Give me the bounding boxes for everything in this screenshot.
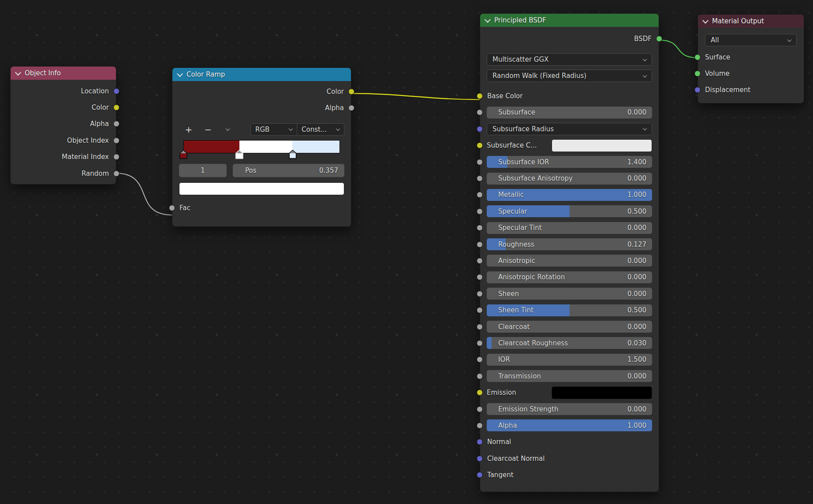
input-row: Surface — [698, 49, 804, 65]
slider-value: 0.030 — [627, 339, 646, 347]
input-socket[interactable] — [477, 126, 483, 132]
input-socket[interactable] — [477, 208, 483, 215]
input-socket[interactable] — [694, 87, 701, 93]
sheen-tint-slider[interactable]: Sheen Tint0.500 — [487, 304, 652, 316]
input-socket[interactable] — [477, 356, 483, 363]
emission-swatch[interactable] — [552, 386, 652, 399]
output-socket[interactable] — [113, 154, 119, 160]
target-dropdown[interactable]: All — [705, 34, 797, 46]
color-ramp-header[interactable]: Color Ramp — [172, 68, 351, 81]
input-socket[interactable] — [477, 472, 483, 478]
sheen-slider[interactable]: Sheen0.000 — [487, 288, 652, 300]
interpolation-dropdown[interactable]: Const... — [297, 124, 344, 135]
socket-label: Displacement — [705, 86, 750, 94]
socket-label: Alpha — [325, 104, 344, 112]
slider-label: Sheen Tint — [498, 306, 533, 314]
input-socket[interactable] — [477, 274, 483, 280]
input-socket[interactable] — [477, 225, 483, 231]
slider-value: 0.000 — [627, 273, 646, 281]
specular-slider[interactable]: Specular0.500 — [487, 205, 652, 217]
fac-input-socket[interactable] — [169, 205, 175, 211]
transmission-slider[interactable]: Transmission0.000 — [487, 370, 652, 382]
subsurface-method-dropdown[interactable]: Random Walk (Fixed Radius) — [487, 70, 652, 82]
chevron-down-icon — [643, 57, 647, 61]
ior-slider[interactable]: IOR1.500 — [487, 354, 652, 366]
input-socket[interactable] — [477, 291, 483, 297]
output-socket[interactable] — [348, 89, 354, 95]
slider-value: 1.400 — [627, 158, 646, 166]
slider-label: Sheen — [498, 290, 519, 298]
input-socket[interactable] — [477, 175, 483, 182]
property-slider-row: IOR1.500 — [480, 352, 659, 368]
input-socket[interactable] — [477, 192, 483, 198]
color-mode-dropdown[interactable]: RGB — [251, 124, 297, 135]
specular-tint-slider[interactable]: Specular Tint0.000 — [487, 222, 652, 234]
output-socket[interactable] — [113, 121, 119, 127]
emission-strength-slider[interactable]: Emission Strength0.000 — [487, 403, 652, 415]
input-socket[interactable] — [694, 54, 701, 60]
input-socket[interactable] — [477, 109, 483, 115]
socket-label: Material Index — [62, 153, 109, 161]
subsurface-c--swatch[interactable] — [552, 139, 652, 152]
colorramp-fields: 1 Pos 0.357 — [179, 164, 344, 177]
selected-stop-color-swatch[interactable] — [179, 182, 344, 195]
slider-value: 0.000 — [627, 224, 646, 232]
input-socket[interactable] — [477, 307, 483, 313]
subsurface-radius-dropdown[interactable]: Subsurface Radius — [487, 123, 652, 135]
property-slider-row: Clearcoat Roughness0.030 — [480, 335, 659, 351]
subsurface-slider[interactable]: Subsurface0.000 — [487, 107, 652, 119]
chevron-down-icon[interactable] — [702, 18, 709, 24]
bsdf-output-socket[interactable] — [656, 36, 662, 42]
anisotropic-slider[interactable]: Anisotropic0.000 — [487, 255, 652, 267]
slider-value: 1.000 — [627, 191, 646, 199]
roughness-slider[interactable]: Roughness0.127 — [487, 238, 652, 250]
input-socket[interactable] — [477, 324, 483, 330]
input-socket[interactable] — [477, 159, 483, 165]
input-socket[interactable] — [477, 389, 483, 396]
node-links-layer — [0, 0, 813, 504]
material-output-header[interactable]: Material Output — [698, 15, 804, 28]
add-stop-button[interactable]: + — [179, 124, 198, 135]
input-socket[interactable] — [477, 241, 483, 248]
anisotropic-rotation-slider[interactable]: Anisotropic Rotation0.000 — [487, 271, 652, 283]
input-socket[interactable] — [694, 70, 701, 77]
subsurface-anisotropy-slider[interactable]: Subsurface Anisotropy0.000 — [487, 173, 652, 185]
chevron-down-icon[interactable] — [177, 71, 183, 77]
output-socket[interactable] — [113, 170, 119, 177]
colorramp-gradient-bar[interactable] — [183, 140, 340, 153]
input-socket[interactable] — [477, 422, 483, 429]
node-title: Principled BSDF — [494, 16, 546, 24]
property-slider-row: Specular0.500 — [480, 203, 659, 219]
input-socket[interactable] — [477, 340, 483, 346]
subsurface-ior-slider[interactable]: Subsurface IOR1.400 — [487, 156, 652, 168]
specials-menu-button[interactable] — [218, 128, 237, 131]
remove-stop-button[interactable]: − — [198, 124, 218, 135]
material-output-node: Material Output All SurfaceVolumeDisplac… — [697, 14, 804, 104]
stop-index-field[interactable]: 1 — [179, 164, 227, 177]
output-socket[interactable] — [113, 88, 119, 94]
distribution-dropdown[interactable]: Multiscatter GGX — [487, 53, 652, 66]
property-slider-row: Subsurface Anisotropy0.000 — [480, 170, 659, 186]
chevron-down-icon[interactable] — [485, 17, 491, 23]
alpha-slider[interactable]: Alpha1.000 — [487, 419, 652, 431]
metallic-slider[interactable]: Metallic1.000 — [487, 189, 652, 201]
input-socket[interactable] — [477, 93, 483, 99]
input-socket[interactable] — [477, 142, 483, 148]
input-socket[interactable] — [477, 439, 483, 445]
input-row: Displacement — [698, 82, 804, 98]
input-socket[interactable] — [477, 406, 483, 412]
clearcoat-roughness-slider[interactable]: Clearcoat Roughness0.030 — [487, 337, 652, 349]
principled-bsdf-header[interactable]: Principled BSDF — [480, 14, 659, 27]
colorramp-gradient-area — [183, 140, 340, 159]
input-socket[interactable] — [477, 258, 483, 264]
output-socket[interactable] — [113, 137, 119, 144]
input-socket[interactable] — [477, 373, 483, 379]
output-row: Alpha — [172, 100, 351, 116]
output-socket[interactable] — [348, 105, 354, 111]
clearcoat-slider[interactable]: Clearcoat0.000 — [487, 321, 652, 333]
input-socket[interactable] — [477, 456, 483, 462]
output-socket[interactable] — [113, 104, 119, 111]
object-info-header[interactable]: Object Info — [11, 67, 116, 80]
chevron-down-icon[interactable] — [15, 70, 21, 76]
stop-position-slider[interactable]: Pos 0.357 — [233, 164, 344, 177]
